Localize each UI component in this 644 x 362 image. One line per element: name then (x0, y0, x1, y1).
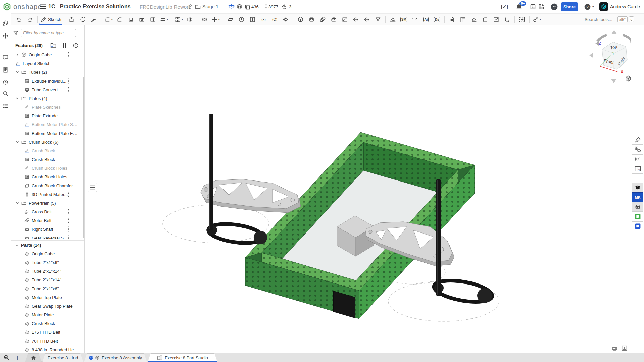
part-row[interactable]: 8.438 in. Rounded Hex ... (11, 345, 84, 353)
menu-icon[interactable] (40, 0, 46, 13)
part-row[interactable]: Motor Plate (11, 310, 84, 319)
tab-exercise-8-assembly[interactable]: Exercise 8 Assembly (84, 353, 147, 362)
robot-feature-icon[interactable] (306, 15, 317, 24)
spin-ccw-arrow[interactable] (597, 35, 607, 41)
user-name[interactable]: Andrew Card (610, 0, 638, 13)
rib-icon[interactable] (147, 15, 158, 24)
chevron-down-icon[interactable] (15, 140, 21, 144)
rollback-history-icon[interactable] (73, 43, 79, 48)
feature-row[interactable]: Cross Belt (11, 207, 84, 216)
feature-row[interactable]: Motor Belt (11, 216, 84, 225)
feature-row[interactable]: Bottom Motor Plate Ext... (11, 129, 84, 138)
feature-row[interactable]: Extrude Individu... (11, 76, 84, 85)
apps-icon[interactable] (538, 0, 544, 13)
suppress-pause-icon[interactable] (62, 43, 67, 48)
outline-icon[interactable] (2, 102, 9, 109)
feature-row[interactable]: Crush Block (6) (11, 138, 84, 146)
likes-icon[interactable] (281, 0, 287, 13)
feature-row[interactable]: Layout Sketch (11, 59, 84, 68)
drag-dots-icon[interactable] (67, 87, 69, 93)
featurescript-check-icon[interactable]: {✓} (501, 0, 508, 13)
drawing-icon[interactable] (446, 15, 457, 24)
chevron-down-icon[interactable] (15, 201, 21, 205)
frc-docs-blue-icon[interactable] (632, 221, 643, 231)
gearbox-feature-icon[interactable] (328, 15, 339, 24)
fillet-icon[interactable]: ▾ (103, 15, 114, 24)
tasks-icon[interactable] (530, 0, 536, 13)
feature-row[interactable]: Plates (4) (11, 94, 84, 103)
move-icon[interactable] (2, 32, 9, 39)
3d-viewport[interactable] (85, 25, 631, 353)
add-folder-icon[interactable] (50, 43, 56, 48)
boolean-icon[interactable] (199, 15, 210, 24)
add-to-selection-icon[interactable] (516, 15, 528, 24)
help-caret-icon[interactable]: ▾ (592, 0, 594, 13)
drag-dots-icon[interactable] (67, 52, 69, 58)
panel-collapse-handle[interactable] (88, 183, 97, 192)
drag-dots-icon[interactable] (67, 217, 69, 223)
part-row[interactable]: Motor Top Plate (11, 293, 84, 302)
search-tools-input[interactable] (584, 17, 616, 22)
configurations-panel-icon[interactable] (632, 145, 643, 154)
feature-row[interactable]: Crush Block Holes (11, 164, 84, 172)
mate-connector-icon[interactable] (280, 15, 291, 24)
search-icon[interactable] (2, 90, 9, 97)
onshape-logo-icon[interactable] (3, 0, 11, 13)
feature-row[interactable]: Right Shaft (11, 225, 84, 234)
notes-icon[interactable] (2, 66, 9, 73)
feature-row[interactable]: Crush Block Chamfer (11, 181, 84, 190)
sheet-metal-model-icon[interactable]: SM (398, 15, 409, 24)
extrude-icon[interactable] (66, 15, 77, 24)
feature-row[interactable]: 3D Printed Mater... (11, 190, 84, 199)
feature-row[interactable]: Crush Block Holes (11, 172, 84, 181)
hole-icon[interactable] (136, 15, 147, 24)
redo-icon[interactable] (24, 15, 36, 24)
featurescript-search-icon[interactable]: (Q) (269, 15, 280, 24)
part-row[interactable]: Crush Block (11, 319, 84, 328)
rotate-down-arrow[interactable] (611, 79, 616, 83)
tab-exercise-8-ind[interactable]: Exercise 8 - Ind (42, 353, 83, 362)
history-icon[interactable] (2, 78, 9, 86)
filter-feature-icon[interactable] (373, 15, 384, 24)
part-row[interactable]: Origin Cube (11, 249, 84, 258)
part-row[interactable]: Tube 2"x1"x14" (11, 267, 84, 275)
filter-input[interactable] (21, 29, 76, 37)
feature-row[interactable]: Tubes (2) (11, 68, 84, 76)
drag-dots-icon[interactable] (67, 209, 69, 215)
split-icon[interactable]: ▾ (210, 15, 221, 24)
chevron-down-icon[interactable] (15, 96, 21, 100)
revolve-icon[interactable] (77, 15, 88, 24)
sweep-icon[interactable] (88, 15, 99, 24)
mirror-icon[interactable] (184, 15, 195, 24)
document-title[interactable]: 1C - Practice Exercise Solutions (48, 0, 131, 13)
compare-icon[interactable] (2, 19, 9, 27)
feature-table-icon[interactable]: (x) (632, 164, 643, 174)
settings-gear-icon[interactable] (361, 15, 373, 24)
butterfly-app-icon[interactable] (632, 183, 643, 192)
appearance-panel-icon[interactable] (632, 135, 643, 145)
variable-icon[interactable]: (x) (258, 15, 269, 24)
drag-dots-icon[interactable] (67, 78, 69, 84)
checkbox-feature-icon[interactable] (491, 15, 502, 24)
graphics-search-icon[interactable] (3, 354, 10, 361)
feature-row[interactable]: Bottom Motor Plate Ske... (11, 120, 84, 129)
part-row[interactable]: 70T HTD Belt (11, 337, 84, 345)
configured-features-icon[interactable] (632, 154, 643, 164)
feature-row[interactable]: Tube Convert (11, 85, 84, 94)
shell-icon[interactable] (125, 15, 136, 24)
rotate-up-arrow[interactable] (611, 30, 617, 34)
plane-icon[interactable] (225, 15, 236, 24)
new-tab-button[interactable]: + (15, 354, 19, 362)
frc-docs-green-icon[interactable] (632, 212, 643, 221)
belt-feature-icon[interactable] (317, 15, 328, 24)
chevron-down-icon[interactable] (15, 70, 21, 74)
chevron-down-icon[interactable] (15, 243, 21, 247)
drag-dots-icon[interactable] (67, 235, 69, 239)
undo-icon[interactable] (13, 15, 24, 24)
thicken-icon[interactable]: ▾ (158, 15, 169, 24)
flange-icon[interactable] (409, 15, 420, 24)
render-icon[interactable] (611, 345, 618, 351)
left-motor-plate[interactable] (201, 179, 301, 213)
drag-dots-icon[interactable] (67, 191, 69, 197)
mkcad-app-icon[interactable]: MK (632, 192, 643, 202)
